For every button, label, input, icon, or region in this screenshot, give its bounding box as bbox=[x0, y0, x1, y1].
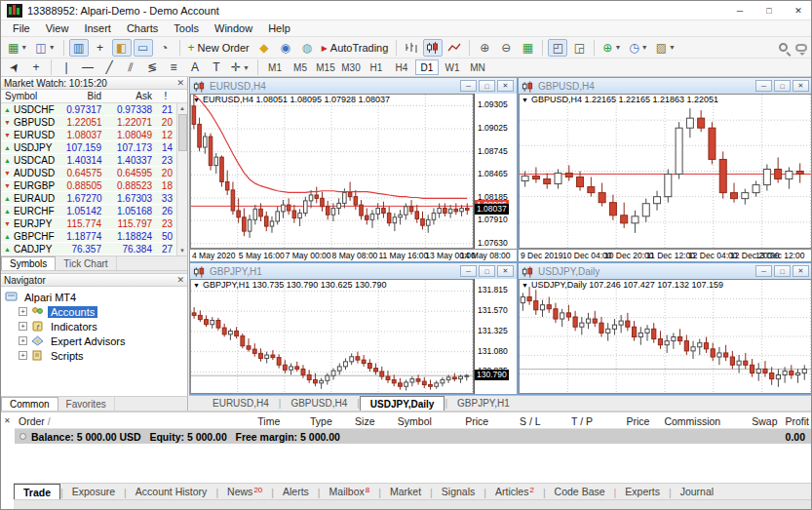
timeframe-mn[interactable]: MN bbox=[466, 59, 489, 75]
chart-plot-area[interactable] bbox=[190, 94, 474, 249]
chart-time-axis[interactable]: 4 May 20205 May 16:007 May 00:008 May 08… bbox=[190, 249, 517, 261]
new-order-button[interactable]: +New Order bbox=[185, 39, 252, 57]
chart-time-axis[interactable]: 9 Dec 201910 Dec 04:0010 Dec 20:0011 Dec… bbox=[519, 249, 812, 261]
trendline-button[interactable]: ╱ bbox=[99, 59, 119, 76]
autotrading-button[interactable]: ▸AutoTrading bbox=[319, 39, 392, 57]
chart-close-button[interactable]: ✕ bbox=[793, 80, 809, 92]
new-chart-button[interactable]: ▦▼ bbox=[5, 39, 30, 57]
tree-item-expert-advisors[interactable]: +Expert Advisors bbox=[5, 333, 187, 348]
tree-item-scripts[interactable]: +Scripts bbox=[5, 348, 187, 363]
expand-icon[interactable]: + bbox=[19, 307, 27, 316]
terminal-column-profit[interactable]: Profit bbox=[782, 415, 812, 427]
tile-windows-button[interactable]: ▦ bbox=[518, 39, 537, 57]
tab-common[interactable]: Common bbox=[1, 397, 58, 411]
menu-item-file[interactable]: File bbox=[5, 20, 38, 37]
zoom-in-button[interactable]: ⊕ bbox=[475, 39, 494, 57]
close-button[interactable]: ✕ bbox=[784, 1, 812, 20]
chart-minimize-button[interactable]: ─ bbox=[460, 265, 477, 277]
chart-titlebar[interactable]: GBPUSD,H4─□✕ bbox=[519, 78, 812, 94]
timeframe-h1[interactable]: H1 bbox=[365, 59, 388, 75]
timeframe-m1[interactable]: M1 bbox=[263, 59, 287, 75]
strategy-tester-button[interactable]: ◔ bbox=[155, 39, 174, 57]
vertical-line-button[interactable]: | bbox=[57, 59, 76, 76]
terminal-column-price[interactable]: Price bbox=[436, 415, 492, 427]
chart-restore-button[interactable]: □ bbox=[774, 80, 791, 92]
menu-item-tools[interactable]: Tools bbox=[166, 20, 207, 37]
fibonacci-button[interactable]: ≶ bbox=[142, 59, 162, 76]
zoom-out-button[interactable]: ⊖ bbox=[496, 39, 516, 57]
expand-icon[interactable]: + bbox=[19, 351, 27, 360]
cursor-button[interactable]: ➤ bbox=[5, 59, 24, 76]
market-watch-row[interactable]: ▲CADJPY76.35776.38427 bbox=[1, 243, 187, 255]
timeframe-w1[interactable]: W1 bbox=[441, 59, 464, 75]
chart-close-button[interactable]: ✕ bbox=[497, 80, 514, 92]
chart-plot-area[interactable] bbox=[519, 94, 812, 249]
periods-button-dropdown-icon[interactable]: ▼ bbox=[641, 44, 648, 51]
balance-row[interactable]: Balance: 5 000.00 USD Equity: 5 000.00 F… bbox=[15, 429, 812, 444]
menu-item-view[interactable]: View bbox=[38, 20, 77, 37]
terminal-column-s-l[interactable]: S / L bbox=[492, 415, 544, 427]
bar-chart-button[interactable] bbox=[402, 39, 421, 57]
timeframe-h4[interactable]: H4 bbox=[390, 59, 413, 75]
market-watch-button[interactable]: ▥ bbox=[69, 39, 89, 57]
chart-plot-area[interactable] bbox=[519, 279, 812, 394]
line-chart-button[interactable] bbox=[445, 39, 464, 57]
chart-titlebar[interactable]: USDJPY,Daily─□✕ bbox=[519, 263, 812, 279]
market-watch-row[interactable]: ▼EURUSD1.080371.0804912 bbox=[1, 129, 187, 141]
cycle-lines-button[interactable]: ≡ bbox=[164, 59, 183, 76]
indicators-button-dropdown-icon[interactable]: ▼ bbox=[614, 44, 621, 51]
tab-tick-chart[interactable]: Tick Chart bbox=[56, 256, 116, 270]
market-watch-row[interactable]: ▼EURJPY115.774115.79723 bbox=[1, 217, 187, 230]
market-watch-row[interactable]: ▼EURGBP0.885050.8852318 bbox=[1, 179, 187, 192]
community-chat-icon[interactable] bbox=[795, 44, 807, 52]
market-watch-row[interactable]: ▲USDCAD1.403141.4033723 bbox=[1, 154, 187, 167]
market-watch-scrollbar[interactable]: ▲▼ bbox=[176, 103, 187, 255]
tree-item-indicators[interactable]: +fIndicators bbox=[5, 319, 187, 333]
chart-minimize-button[interactable]: ─ bbox=[755, 265, 772, 277]
profiles-button[interactable]: ◫▼ bbox=[32, 39, 58, 57]
navigator-close-icon[interactable]: ✕ bbox=[176, 275, 184, 285]
chart-dropdown-icon[interactable]: ▼ bbox=[193, 282, 200, 289]
tree-item-accounts[interactable]: +Accounts bbox=[5, 304, 187, 319]
scroll-thumb[interactable] bbox=[178, 114, 187, 151]
scroll-up-icon[interactable]: ▲ bbox=[179, 103, 185, 113]
tab-symbols[interactable]: Symbols bbox=[1, 256, 56, 270]
terminal-close-icon[interactable]: ✕ bbox=[4, 416, 11, 425]
column-bid[interactable]: Bid bbox=[54, 91, 104, 101]
expand-icon[interactable]: + bbox=[19, 322, 27, 331]
profiles-button-dropdown-icon[interactable]: ▼ bbox=[49, 44, 56, 51]
arrange-charts-button[interactable]: ◰ bbox=[548, 39, 567, 57]
titlebar[interactable]: 13388952: Alpari-Demo - Demo Account ─ □… bbox=[1, 1, 812, 20]
timeframe-d1[interactable]: D1 bbox=[415, 59, 439, 75]
chart-tab-usdjpy-daily[interactable]: USDJPY,Daily bbox=[360, 396, 445, 411]
terminal-column-t-p[interactable]: T / P bbox=[545, 415, 597, 427]
templates-button-dropdown-icon[interactable]: ▼ bbox=[669, 44, 676, 51]
timeframe-m5[interactable]: M5 bbox=[289, 59, 312, 75]
terminal-column-symbol[interactable]: Symbol bbox=[379, 415, 436, 427]
periods-button[interactable]: ◷▼ bbox=[626, 39, 650, 57]
terminal-column-commission[interactable]: Commission bbox=[653, 415, 724, 427]
market-watch-row[interactable]: ▲EURAUD1.672701.6730333 bbox=[1, 192, 187, 205]
arrows-button[interactable]: ✛▼ bbox=[228, 59, 252, 76]
crosshair-button[interactable]: + bbox=[26, 59, 46, 76]
chart-dropdown-icon[interactable]: ▼ bbox=[522, 282, 528, 289]
market-watch-row[interactable]: ▼GBPUSD1.220511.2207120 bbox=[1, 116, 187, 129]
menu-item-insert[interactable]: Insert bbox=[76, 20, 119, 37]
chat-user-button[interactable]: ◉ bbox=[276, 39, 295, 57]
timeframe-m15[interactable]: M15 bbox=[314, 59, 337, 75]
navigator-button[interactable]: ◧ bbox=[112, 39, 132, 57]
chart-titlebar[interactable]: EURUSD,H4─□✕ bbox=[190, 78, 517, 94]
templates-button[interactable]: ▨▼ bbox=[653, 39, 678, 57]
terminal-column-type[interactable]: Type bbox=[284, 415, 335, 427]
chart-tab-gbpjpy-h1[interactable]: GBPJPY,H1 bbox=[447, 396, 520, 411]
channel-button[interactable]: ⫽ bbox=[121, 59, 140, 76]
chart-tab-eurusd-h4[interactable]: EURUSD,H4 bbox=[203, 396, 279, 411]
chart-restore-button[interactable]: □ bbox=[479, 80, 495, 92]
chart-restore-button[interactable]: □ bbox=[479, 265, 495, 277]
chart-dropdown-icon[interactable]: ▼ bbox=[193, 97, 200, 103]
chart-close-button[interactable]: ✕ bbox=[497, 265, 514, 277]
menu-item-help[interactable]: Help bbox=[260, 20, 298, 37]
search-icon[interactable] bbox=[779, 43, 788, 52]
market-watch-row[interactable]: ▲USDCHF0.973170.9733821 bbox=[1, 103, 187, 116]
tree-root[interactable]: Alpari MT4 bbox=[5, 290, 187, 304]
